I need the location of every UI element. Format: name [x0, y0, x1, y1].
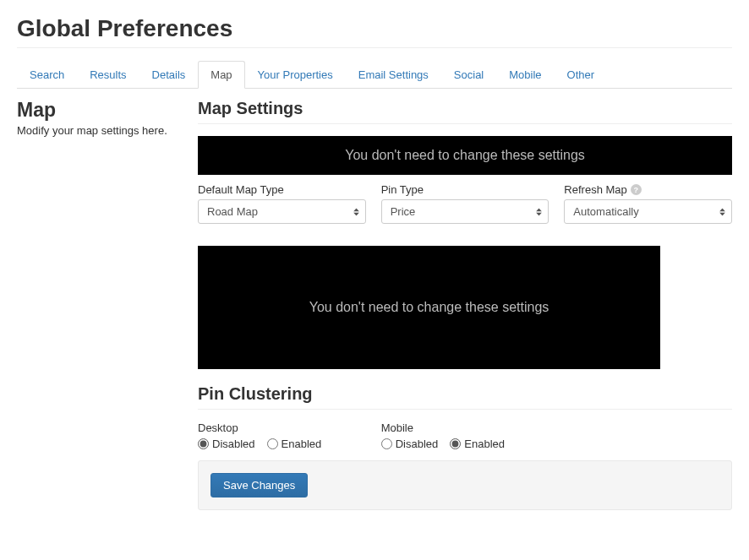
- radio-label: Disabled: [396, 438, 439, 450]
- default-map-type-select[interactable]: Road Map: [198, 199, 366, 224]
- settings-notice-banner: You don't need to change these settings: [198, 136, 732, 175]
- tab-details[interactable]: Details: [139, 61, 199, 89]
- tab-results[interactable]: Results: [77, 61, 139, 89]
- section-divider: [198, 123, 732, 124]
- title-divider: [17, 47, 732, 48]
- pin-clustering-mobile-disabled[interactable]: Disabled: [381, 438, 439, 450]
- main-content: Map Settings You don't need to change th…: [198, 99, 732, 510]
- pin-clustering-desktop-enabled[interactable]: Enabled: [267, 438, 322, 450]
- refresh-map-label: Refresh Map ?: [564, 183, 732, 196]
- tab-social[interactable]: Social: [441, 61, 496, 89]
- radio-input[interactable]: [381, 438, 392, 449]
- radio-input[interactable]: [450, 438, 461, 449]
- save-button[interactable]: Save Changes: [210, 473, 308, 497]
- tab-mobile[interactable]: Mobile: [496, 61, 554, 89]
- tab-search[interactable]: Search: [17, 61, 77, 89]
- settings-notice-banner-2: You don't need to change these settings: [198, 246, 660, 369]
- refresh-map-select[interactable]: Automatically: [564, 199, 732, 224]
- tab-map[interactable]: Map: [198, 61, 244, 89]
- tabs-nav: Search Results Details Map Your Properti…: [17, 60, 732, 89]
- tab-other[interactable]: Other: [555, 61, 608, 89]
- section-map-settings-title: Map Settings: [198, 99, 732, 118]
- pin-clustering-desktop-label: Desktop: [198, 421, 366, 434]
- radio-input[interactable]: [198, 438, 209, 449]
- radio-label: Disabled: [212, 438, 255, 450]
- radio-label: Enabled: [282, 438, 322, 450]
- section-pin-clustering-title: Pin Clustering: [198, 384, 732, 404]
- sidebar-subtitle: Modify your map settings here.: [17, 124, 184, 137]
- page-title: Global Preferences: [17, 15, 732, 42]
- sidebar-title: Map: [17, 99, 184, 122]
- tab-your-properties[interactable]: Your Properties: [245, 61, 346, 89]
- default-map-type-label: Default Map Type: [198, 183, 366, 196]
- pin-clustering-desktop-disabled[interactable]: Disabled: [198, 438, 255, 450]
- help-icon[interactable]: ?: [631, 184, 642, 195]
- pin-clustering-mobile-label: Mobile: [381, 421, 549, 434]
- radio-input[interactable]: [267, 438, 278, 449]
- tab-email-settings[interactable]: Email Settings: [346, 61, 441, 89]
- pin-type-label: Pin Type: [381, 183, 549, 196]
- save-bar: Save Changes: [198, 460, 732, 510]
- pin-clustering-mobile-enabled[interactable]: Enabled: [450, 438, 505, 450]
- radio-label: Enabled: [464, 438, 505, 450]
- pin-type-select[interactable]: Price: [381, 199, 549, 224]
- sidebar: Map Modify your map settings here.: [17, 99, 198, 510]
- section-divider-2: [198, 409, 732, 410]
